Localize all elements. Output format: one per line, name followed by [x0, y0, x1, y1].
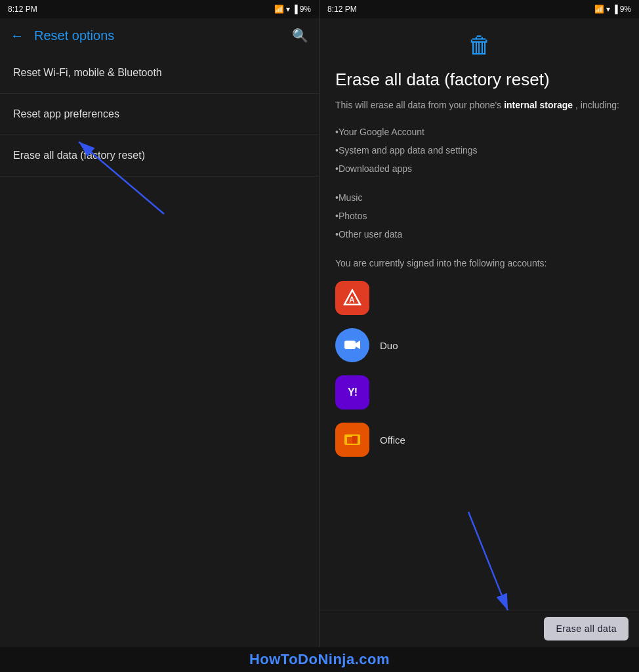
office-name: Office	[380, 434, 405, 446]
left-status-icons: 📶 ▾ ▐ 9%	[274, 5, 311, 14]
svg-marker-5	[356, 341, 360, 349]
duo-name: Duo	[380, 340, 398, 351]
account-yahoo: Y!	[335, 375, 623, 410]
bluetooth-icon: 📶	[274, 5, 284, 14]
adobe-logo-svg: A	[343, 289, 361, 307]
svg-rect-4	[344, 341, 356, 349]
menu-item-factory-container: Erase all data (factory reset)	[0, 135, 319, 177]
accounts-label: You are currently signed into the follow…	[335, 257, 623, 270]
yahoo-icon: Y!	[335, 375, 369, 410]
erase-title: Erase all data (factory reset)	[335, 70, 623, 90]
list-item-music: •Music	[335, 188, 623, 207]
right-bottom-bar: Erase all data	[320, 610, 639, 647]
svg-rect-8	[352, 436, 358, 444]
account-duo: Duo	[335, 328, 623, 362]
account-adobe: A	[335, 281, 623, 315]
erase-all-button[interactable]: Erase all data	[544, 617, 629, 640]
account-office: Office	[335, 423, 623, 457]
left-header: ← Reset options 🔍	[0, 18, 319, 52]
trash-icon: 🗑	[468, 32, 491, 58]
erase-list: •Your Google Account •System and app dat…	[335, 123, 623, 243]
right-status-icons: 📶 ▾ ▐ 9%	[594, 5, 631, 14]
r-bluetooth-icon: 📶	[594, 5, 604, 14]
office-logo-svg	[342, 429, 363, 450]
right-time: 8:12 PM	[327, 5, 357, 14]
menu-item-app-prefs[interactable]: Reset app preferences	[0, 94, 319, 135]
left-time: 8:12 PM	[8, 5, 37, 14]
signal-icon: ▐	[292, 5, 298, 14]
right-status-bar: 8:12 PM 📶 ▾ ▐ 9%	[320, 0, 639, 18]
back-button[interactable]: ←	[10, 28, 24, 43]
right-battery: 9%	[620, 5, 631, 14]
list-item-system: •System and app data and settings	[335, 141, 623, 159]
duo-icon	[335, 328, 369, 362]
watermark: HowToDoNinja.com	[0, 647, 639, 672]
left-status-bar: 8:12 PM 📶 ▾ ▐ 9%	[0, 0, 319, 18]
trash-icon-container: 🗑	[335, 32, 623, 59]
menu-item-wifi[interactable]: Reset Wi-Fi, mobile & Bluetooth	[0, 52, 319, 94]
svg-rect-7	[347, 437, 352, 444]
r-wifi-icon: ▾	[606, 5, 610, 14]
adobe-icon: A	[335, 281, 369, 315]
right-panel: 8:12 PM 📶 ▾ ▐ 9% 🗑 Erase all data (facto…	[320, 0, 639, 647]
erase-description: This will erase all data from your phone…	[335, 98, 623, 112]
list-item-user-data: •Other user data	[335, 225, 623, 243]
office-icon	[335, 423, 369, 457]
list-item-apps: •Downloaded apps	[335, 159, 623, 178]
left-panel: 8:12 PM 📶 ▾ ▐ 9% ← Reset options 🔍 Reset…	[0, 0, 320, 647]
wifi-icon: ▾	[286, 5, 290, 14]
left-battery: 9%	[300, 5, 311, 14]
duo-logo-svg	[343, 336, 361, 354]
list-item-photos: •Photos	[335, 207, 623, 225]
list-item-google: •Your Google Account	[335, 123, 623, 141]
search-icon[interactable]: 🔍	[292, 28, 308, 43]
menu-item-factory[interactable]: Erase all data (factory reset)	[0, 135, 319, 177]
page-title: Reset options	[34, 28, 292, 43]
right-content: 🗑 Erase all data (factory reset) This wi…	[320, 18, 639, 610]
r-signal-icon: ▐	[612, 5, 618, 14]
svg-text:A: A	[349, 295, 355, 304]
